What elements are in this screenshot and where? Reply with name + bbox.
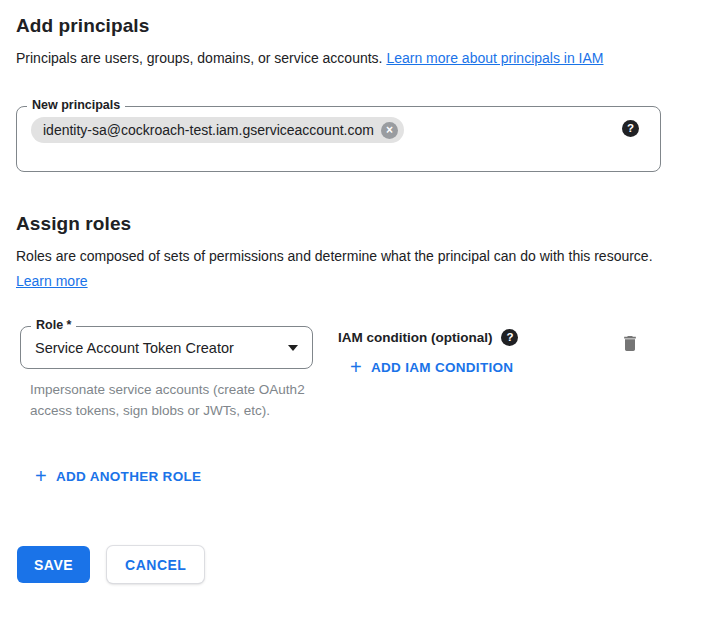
page-title: Add principals — [16, 15, 697, 37]
dropdown-arrow-icon — [288, 345, 298, 351]
role-helper-text: Impersonate service accounts (create OAu… — [30, 380, 306, 421]
assign-roles-title: Assign roles — [16, 213, 697, 235]
new-principals-field[interactable]: New principals identity-sa@cockroach-tes… — [16, 106, 661, 172]
chip-remove-icon[interactable]: × — [381, 122, 398, 139]
role-select[interactable]: Role * Service Account Token Creator — [20, 326, 313, 369]
learn-more-principals-link[interactable]: Learn more about principals in IAM — [386, 50, 603, 66]
principals-help-icon[interactable]: ? — [622, 120, 639, 137]
principal-chip: identity-sa@cockroach-test.iam.gservicea… — [31, 117, 404, 143]
role-label: Role * — [31, 318, 76, 332]
principals-description: Principals are users, groups, domains, o… — [16, 46, 671, 71]
iam-condition-help-icon[interactable]: ? — [501, 329, 518, 346]
add-another-role-label: ADD ANOTHER ROLE — [56, 469, 201, 484]
roles-description-text: Roles are composed of sets of permission… — [16, 248, 653, 264]
action-buttons-row: SAVE CANCEL — [16, 546, 697, 583]
principal-chip-label: identity-sa@cockroach-test.iam.gservicea… — [43, 122, 374, 138]
role-column: Role * Service Account Token Creator Imp… — [16, 326, 313, 421]
iam-condition-header: IAM condition (optional) ? — [338, 329, 518, 346]
iam-condition-column: IAM condition (optional) ? + ADD IAM CON… — [338, 326, 518, 378]
delete-role-button[interactable] — [620, 333, 640, 357]
plus-icon: + — [350, 359, 362, 375]
role-row: Role * Service Account Token Creator Imp… — [16, 326, 697, 421]
cancel-button[interactable]: CANCEL — [107, 546, 204, 583]
add-another-role-button[interactable]: + ADD ANOTHER ROLE — [35, 468, 201, 484]
role-selected-value: Service Account Token Creator — [35, 340, 234, 356]
trash-icon — [620, 333, 640, 354]
new-principals-label: New principals — [27, 98, 125, 112]
principals-description-text: Principals are users, groups, domains, o… — [16, 50, 383, 66]
iam-condition-label: IAM condition (optional) — [338, 330, 492, 345]
save-button[interactable]: SAVE — [17, 546, 90, 583]
add-iam-condition-label: ADD IAM CONDITION — [371, 360, 513, 375]
plus-icon: + — [35, 468, 47, 484]
add-principals-panel: Add principals Principals are users, gro… — [0, 15, 713, 583]
add-iam-condition-button[interactable]: + ADD IAM CONDITION — [350, 359, 513, 375]
roles-description: Roles are composed of sets of permission… — [16, 244, 671, 294]
learn-more-roles-link[interactable]: Learn more — [16, 273, 88, 289]
